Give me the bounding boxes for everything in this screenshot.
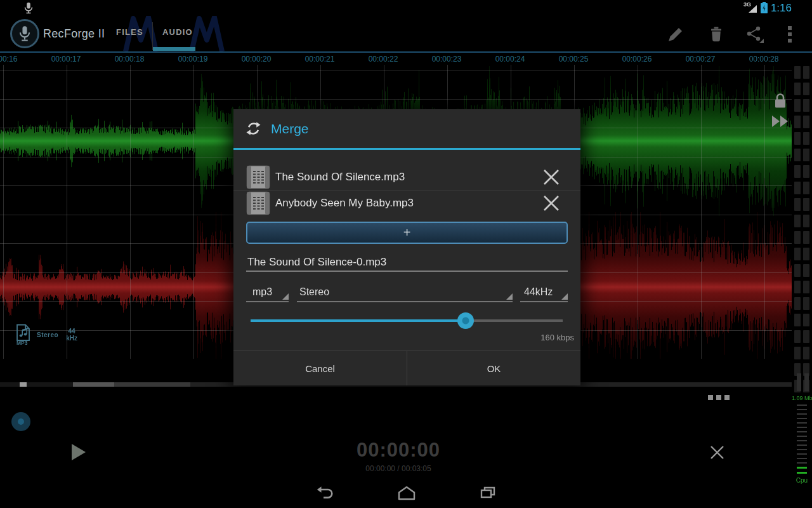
app-title: RecForge II <box>43 27 105 41</box>
remove-file-icon[interactable] <box>542 168 560 186</box>
timeline-label: 00:00:22 <box>369 55 398 64</box>
meter-end-bars <box>797 373 811 391</box>
merge-file-row: The Sound Of Silence.mp3 <box>233 164 580 190</box>
edit-pencil-icon[interactable] <box>666 25 685 44</box>
audio-file-icon <box>246 165 270 189</box>
merge-file-name: The Sound Of Silence.mp3 <box>275 171 542 184</box>
scrollbar-thumb[interactable] <box>20 382 27 387</box>
share-icon[interactable] <box>745 25 764 44</box>
timeline-label: 00:00:18 <box>115 55 145 64</box>
microphone-icon <box>18 25 32 42</box>
app-bar-accent-line <box>0 51 812 53</box>
timeline-label: 00:00:28 <box>749 55 779 64</box>
merge-file-row: Anybody Seen My Baby.mp3 <box>233 190 580 216</box>
timeline-label: 00:00:27 <box>686 55 716 64</box>
panel-drag-handle[interactable] <box>708 395 730 400</box>
dialog-button-bar: Cancel OK <box>233 351 580 385</box>
merge-dialog-header: Merge <box>233 109 580 148</box>
svg-text:MP3: MP3 <box>16 340 28 345</box>
add-file-button[interactable]: + <box>246 222 568 244</box>
play-button[interactable] <box>72 444 86 460</box>
app-logo-mic-button[interactable] <box>10 19 39 48</box>
app-bar: RecForge II FILES AUDIO <box>0 16 812 53</box>
ok-button[interactable]: OK <box>407 351 580 385</box>
tab-divider <box>152 22 153 50</box>
dialog-title-divider <box>233 148 580 150</box>
slider-fill <box>251 319 466 322</box>
timeline-label: 00:00:24 <box>495 55 525 64</box>
timeline-label: 00:00:16 <box>0 55 17 64</box>
nav-recents-icon[interactable] <box>477 483 499 504</box>
delete-trash-icon[interactable] <box>707 25 726 44</box>
recording-status-icon <box>23 2 34 15</box>
bitrate-value-label: 160 kbps <box>540 333 574 342</box>
android-nav-bar <box>0 478 812 508</box>
badge-channels: Stereo <box>37 331 58 338</box>
player-bar: 00:00:00 00:00:00 / 00:03:05 <box>0 388 812 478</box>
file-size-label: 1.09 Mb <box>792 395 812 401</box>
timeline-label: 00:00:19 <box>178 55 208 64</box>
timeline-ruler: 00:00:1600:00:1700:00:1800:00:1900:00:20… <box>0 53 812 65</box>
timeline-label: 00:00:26 <box>622 55 652 64</box>
slider-thumb[interactable] <box>457 312 474 329</box>
timeline-label: 00:00:25 <box>559 55 589 64</box>
record-button[interactable] <box>11 412 30 431</box>
merge-file-list: The Sound Of Silence.mp3 A <box>233 164 580 216</box>
signal-strength-icon <box>749 5 757 13</box>
playback-timer: 00:00:00 00:00:00 / 00:03:05 <box>297 439 500 473</box>
recforge-screen: 3G 1:16 RecForge II FILES AUDIO <box>0 0 812 508</box>
close-player-icon[interactable] <box>709 444 726 461</box>
timeline-label: 00:00:23 <box>432 55 462 64</box>
record-level-meter <box>792 65 812 394</box>
scrollbar-segment <box>114 382 190 387</box>
clock-time: 1:16 <box>771 2 792 15</box>
status-bar: 3G 1:16 <box>0 0 812 16</box>
format-badge: MP3 Stereo 44 kHz <box>15 324 77 345</box>
output-filename-input[interactable] <box>246 254 568 272</box>
channels-spinner[interactable]: Stereo <box>297 283 513 302</box>
mp3-file-icon: MP3 <box>15 324 32 345</box>
bitrate-slider[interactable] <box>251 311 563 330</box>
badge-samplerate: 44 kHz <box>66 328 77 342</box>
merge-sync-icon <box>245 120 262 137</box>
elapsed-time: 00:00:00 <box>297 439 500 462</box>
spinner-corner-icon <box>506 293 513 300</box>
timeline-label: 00:00:17 <box>51 55 81 64</box>
cancel-button[interactable]: Cancel <box>233 351 407 385</box>
active-tab-underline <box>153 47 195 51</box>
dialog-title: Merge <box>271 121 309 137</box>
tab-files[interactable]: FILES <box>116 27 143 37</box>
timeline-label: 00:00:21 <box>305 55 335 64</box>
audio-file-icon <box>246 191 270 215</box>
spinner-corner-icon <box>561 293 568 300</box>
battery-charging-icon <box>761 3 768 13</box>
spinner-corner-icon <box>282 293 289 300</box>
samplerate-spinner[interactable]: 44kHz <box>520 283 568 302</box>
merge-file-name: Anybody Seen My Baby.mp3 <box>275 197 542 210</box>
timeline-label: 00:00:20 <box>242 55 272 64</box>
scrollbar-segment <box>73 382 114 387</box>
lock-icon[interactable] <box>772 92 789 110</box>
cpu-meter-bars <box>792 404 812 474</box>
remove-file-icon[interactable] <box>542 194 560 212</box>
format-spinner[interactable]: mp3 <box>246 283 289 302</box>
nav-back-icon[interactable] <box>315 483 336 504</box>
merge-dialog: Merge The Sound Of Silence.mp3 <box>233 109 580 385</box>
position-duration: 00:00:00 / 00:03:05 <box>297 464 500 473</box>
overflow-menu-icon[interactable] <box>787 25 793 44</box>
tab-audio[interactable]: AUDIO <box>162 27 193 37</box>
fast-forward-icon[interactable] <box>771 114 790 128</box>
nav-home-icon[interactable] <box>396 483 417 504</box>
